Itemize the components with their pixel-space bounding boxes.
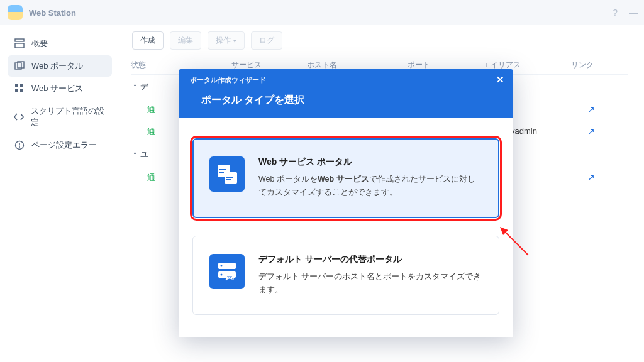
group-label: デ bbox=[140, 81, 148, 92]
close-icon[interactable]: ✕ bbox=[496, 74, 504, 85]
app-title: Web Station bbox=[29, 8, 76, 18]
sidebar-item-page-errors[interactable]: ページ設定エラー bbox=[8, 134, 112, 156]
option-default-server-portal[interactable]: デフォルト サーバーの代替ポータル デフォルト サーバーのホスト名とポートをカス… bbox=[192, 236, 499, 315]
wizard-title: ポータル作成ウィザード bbox=[190, 75, 502, 85]
svg-rect-17 bbox=[226, 179, 231, 180]
code-icon bbox=[14, 111, 25, 123]
svg-rect-16 bbox=[226, 177, 233, 178]
external-link-icon[interactable]: ↗ bbox=[587, 104, 595, 114]
services-icon bbox=[14, 83, 25, 94]
sidebar-item-overview[interactable]: 概要 bbox=[8, 33, 112, 54]
overview-icon bbox=[14, 38, 25, 49]
option-title: Web サービス ポータル bbox=[258, 156, 482, 168]
sidebar-item-label: Web サービス bbox=[31, 83, 83, 94]
sidebar: 概要 Web ポータル Web サービス スクリプト言語の設定 ページ設定エラー bbox=[0, 25, 119, 362]
option-text: デフォルト サーバーの代替ポータル デフォルト サーバーのホスト名とポートをカス… bbox=[258, 254, 482, 297]
option-desc: デフォルト サーバーのホスト名とポートをカスタマイズできます。 bbox=[258, 270, 482, 297]
log-button[interactable]: ログ bbox=[251, 31, 282, 50]
window-controls: ? — bbox=[613, 0, 638, 25]
create-button[interactable]: 作成 bbox=[132, 31, 164, 50]
svg-point-10 bbox=[19, 146, 20, 148]
default-server-icon bbox=[209, 254, 245, 289]
option-desc: Web ポータルをWeb サービスで作成されたサービスに対してカスタマイズするこ… bbox=[258, 173, 482, 200]
svg-rect-6 bbox=[15, 89, 18, 92]
svg-rect-14 bbox=[219, 172, 224, 173]
svg-point-21 bbox=[221, 273, 223, 275]
external-link-icon[interactable]: ↗ bbox=[587, 172, 595, 182]
titlebar: Web Station ? — bbox=[0, 0, 644, 25]
status-text: 通 bbox=[147, 173, 155, 182]
minimize-icon[interactable]: — bbox=[629, 8, 638, 18]
svg-rect-1 bbox=[15, 43, 24, 48]
svg-rect-7 bbox=[20, 89, 23, 92]
svg-rect-0 bbox=[15, 39, 24, 41]
option-web-service-portal[interactable]: Web サービス ポータル Web ポータルをWeb サービスで作成されたサービ… bbox=[192, 138, 499, 218]
portal-create-wizard-modal: ポータル作成ウィザード ポータル タイプを選択 ✕ Web サービス ポータル bbox=[179, 69, 513, 337]
sidebar-item-label: ページ設定エラー bbox=[31, 140, 97, 151]
action-button[interactable]: 操作▾ bbox=[208, 31, 245, 50]
status-text: 通 bbox=[147, 127, 155, 136]
svg-rect-5 bbox=[20, 84, 23, 87]
chevron-down-icon: ▾ bbox=[233, 38, 236, 44]
svg-point-19 bbox=[221, 265, 223, 266]
web-service-portal-icon bbox=[209, 156, 245, 192]
option-text: Web サービス ポータル Web ポータルをWeb サービスで作成されたサービ… bbox=[258, 156, 482, 200]
sidebar-item-web-service[interactable]: Web サービス bbox=[8, 78, 112, 99]
sidebar-item-script-lang[interactable]: スクリプト言語の設定 bbox=[8, 101, 112, 133]
edit-button[interactable]: 編集 bbox=[170, 31, 201, 50]
sidebar-item-label: 概要 bbox=[31, 38, 48, 49]
modal-body: Web サービス ポータル Web ポータルをWeb サービスで作成されたサービ… bbox=[179, 118, 513, 337]
sidebar-item-label: Web ポータル bbox=[31, 60, 83, 72]
chevron-up-icon: ˄ bbox=[133, 151, 136, 158]
group-label: ユ bbox=[140, 149, 148, 160]
portal-icon bbox=[14, 60, 25, 72]
option-title: デフォルト サーバーの代替ポータル bbox=[258, 254, 482, 265]
sidebar-item-web-portal[interactable]: Web ポータル bbox=[8, 55, 112, 77]
toolbar: 作成 編集 操作▾ ログ bbox=[119, 31, 639, 56]
error-icon bbox=[14, 140, 25, 151]
chevron-up-icon: ˄ bbox=[133, 84, 136, 90]
action-button-label: 操作 bbox=[216, 36, 231, 45]
help-icon[interactable]: ? bbox=[613, 8, 618, 18]
modal-section-title: ポータル タイプを選択 bbox=[201, 94, 502, 107]
sidebar-item-label: スクリプト言語の設定 bbox=[31, 106, 106, 128]
modal-header: ポータル作成ウィザード ポータル タイプを選択 ✕ bbox=[179, 69, 513, 118]
svg-rect-13 bbox=[219, 169, 226, 170]
th-link[interactable]: リンク bbox=[571, 60, 609, 70]
app-icon bbox=[8, 5, 23, 20]
svg-rect-4 bbox=[15, 84, 18, 87]
status-text: 通 bbox=[147, 105, 155, 114]
external-link-icon[interactable]: ↗ bbox=[587, 126, 595, 136]
